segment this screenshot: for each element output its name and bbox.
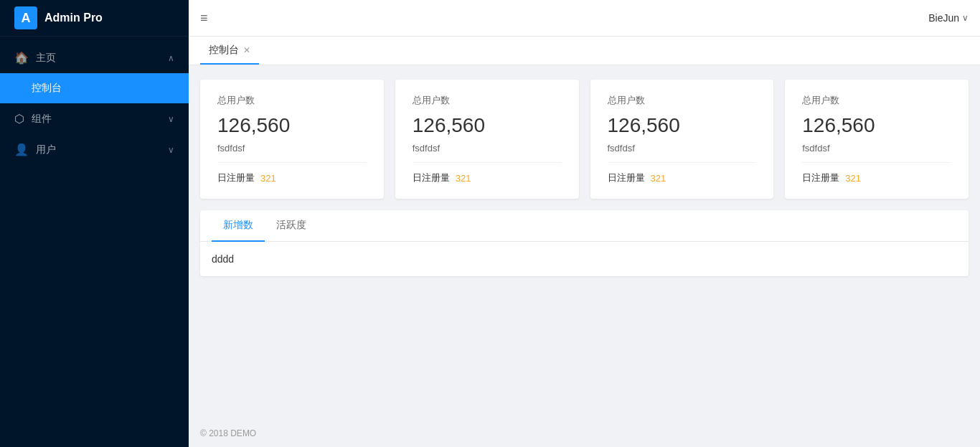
- stat-label-4: 总用户数: [802, 94, 951, 107]
- sidebar-menu: 🏠 主页 ∧ 控制台 ⬡ 组件 ∨ 👤 用户 ∨: [0, 37, 189, 447]
- stat-footer-count-3: 321: [651, 173, 666, 184]
- analytics-text: dddd: [212, 253, 234, 265]
- topbar-user-menu[interactable]: BieJun ∨: [928, 12, 969, 24]
- sidebar-item-home[interactable]: 🏠 主页 ∧: [0, 42, 189, 73]
- sidebar-item-users[interactable]: 👤 用户 ∨: [0, 134, 189, 165]
- stat-sub-4: fsdfdsf: [802, 143, 951, 154]
- menu-toggle-button[interactable]: ≡: [200, 11, 208, 26]
- stat-footer-label-2: 日注册量: [413, 171, 450, 184]
- stat-value-1: 126,560: [217, 114, 367, 137]
- sidebar-item-label-users: 用户: [36, 143, 56, 156]
- home-arrow: ∧: [168, 53, 174, 63]
- stat-footer-count-4: 321: [845, 173, 861, 184]
- stat-label-2: 总用户数: [413, 94, 562, 107]
- stat-label-1: 总用户数: [217, 94, 367, 107]
- topbar-left: ≡: [200, 11, 208, 26]
- stat-card-3: 总用户数 126,560 fsdfdsf 日注册量 321: [590, 80, 774, 199]
- home-icon: 🏠: [14, 51, 29, 65]
- sidebar-header: A Admin Pro: [0, 0, 189, 37]
- sidebar-item-label-dashboard: 控制台: [32, 82, 62, 93]
- tabbar: 控制台 ✕: [189, 37, 980, 65]
- footer-text: © 2018 DEMO: [200, 428, 256, 438]
- stat-card-1: 总用户数 126,560 fsdfdsf 日注册量 321: [200, 80, 384, 199]
- stat-label-3: 总用户数: [608, 94, 757, 107]
- stat-footer-label-3: 日注册量: [608, 171, 645, 184]
- stat-divider-1: [217, 162, 367, 163]
- tab-label-dashboard: 控制台: [209, 44, 239, 57]
- stat-footer-2: 日注册量 321: [413, 171, 562, 184]
- stat-value-3: 126,560: [608, 114, 757, 137]
- analytics-tab-new[interactable]: 新增数: [212, 210, 265, 242]
- analytics-tabs: 新增数 活跃度: [200, 210, 969, 242]
- stat-footer-count-1: 321: [260, 173, 276, 184]
- sidebar-title: Admin Pro: [44, 11, 103, 24]
- tab-dashboard[interactable]: 控制台 ✕: [200, 37, 259, 65]
- stat-value-2: 126,560: [413, 114, 562, 137]
- users-arrow: ∨: [168, 145, 174, 155]
- analytics-content: dddd: [200, 242, 969, 276]
- sidebar-logo: A: [14, 6, 37, 29]
- stat-divider-2: [413, 162, 562, 163]
- stat-footer-label-1: 日注册量: [217, 171, 255, 184]
- sidebar-item-label-home: 主页: [36, 52, 56, 65]
- sidebar-item-label-components: 组件: [32, 113, 52, 126]
- stats-cards: 总用户数 126,560 fsdfdsf 日注册量 321 总用户数 126,5…: [200, 80, 969, 199]
- stat-card-2: 总用户数 126,560 fsdfdsf 日注册量 321: [395, 80, 579, 199]
- stat-divider-3: [608, 162, 757, 163]
- stat-sub-2: fsdfdsf: [413, 143, 562, 154]
- sidebar-item-components[interactable]: ⬡ 组件 ∨: [0, 103, 189, 134]
- analytics-tab-activity[interactable]: 活跃度: [265, 210, 318, 242]
- footer: © 2018 DEMO: [189, 420, 980, 447]
- sidebar: A Admin Pro 🏠 主页 ∧ 控制台 ⬡ 组件 ∨ 👤: [0, 0, 189, 447]
- stat-divider-4: [802, 162, 951, 163]
- stat-sub-3: fsdfdsf: [608, 143, 757, 154]
- main-content: ≡ BieJun ∨ 控制台 ✕ 总用户数 126,560 fsdfdsf 日注…: [189, 0, 980, 447]
- components-arrow: ∨: [168, 114, 174, 124]
- tab-close-dashboard[interactable]: ✕: [243, 45, 250, 55]
- stat-value-4: 126,560: [802, 114, 951, 137]
- stat-footer-3: 日注册量 321: [608, 171, 757, 184]
- user-icon: 👤: [14, 143, 29, 156]
- stat-card-4: 总用户数 126,560 fsdfdsf 日注册量 321: [785, 80, 969, 199]
- page-content: 总用户数 126,560 fsdfdsf 日注册量 321 总用户数 126,5…: [189, 65, 980, 420]
- topbar: ≡ BieJun ∨: [189, 0, 980, 37]
- analytics-card: 新增数 活跃度 dddd: [200, 210, 969, 276]
- topbar-username: BieJun: [928, 12, 959, 24]
- stat-footer-1: 日注册量 321: [217, 171, 367, 184]
- sidebar-item-dashboard[interactable]: 控制台: [0, 73, 189, 103]
- components-icon: ⬡: [14, 112, 24, 126]
- topbar-chevron-icon: ∨: [962, 13, 969, 23]
- stat-sub-1: fsdfdsf: [217, 143, 367, 154]
- stat-footer-label-4: 日注册量: [802, 171, 839, 184]
- stat-footer-count-2: 321: [456, 173, 471, 184]
- stat-footer-4: 日注册量 321: [802, 171, 951, 184]
